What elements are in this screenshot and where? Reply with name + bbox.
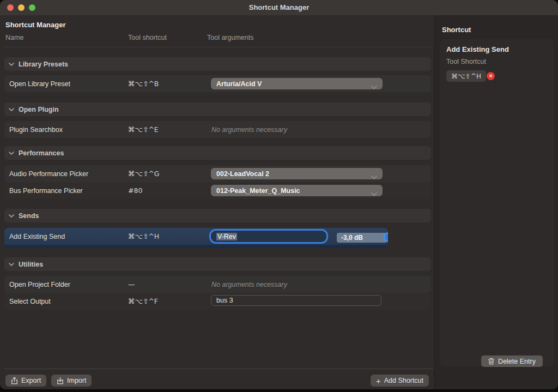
section-header-utilities[interactable]: Utilities xyxy=(4,257,431,271)
shortcut-keycap: ⌘⌥⇧^H xyxy=(446,70,486,82)
column-header-tool-shortcut: Tool shortcut xyxy=(128,34,167,41)
import-button[interactable]: Import xyxy=(51,375,92,387)
shortcut-list-panel: Shortcut Manager Name Tool shortcut Tool… xyxy=(0,15,434,389)
chevron-down-icon xyxy=(371,172,377,182)
table-row-bus-performance-picker[interactable]: Bus Performance Picker #80 012-Peak_Mete… xyxy=(4,182,431,199)
output-argument-input[interactable] xyxy=(211,295,381,306)
import-button-label: Import xyxy=(67,377,86,384)
no-arguments-text: No arguments necessary xyxy=(211,121,287,138)
row-shortcut: — xyxy=(128,276,135,293)
plus-icon: + xyxy=(376,377,381,385)
argument-dropdown[interactable]: 002-LeadVocal 2 xyxy=(211,168,383,179)
trash-icon xyxy=(488,358,494,365)
chevron-down-icon xyxy=(9,63,14,66)
panel-title: Shortcut Manager xyxy=(5,21,66,29)
share-up-icon xyxy=(11,377,18,384)
row-shortcut: ⌘⌥⇧^H xyxy=(128,228,159,245)
table-row-plugin-searchbox[interactable]: Plugin Searchbox ⌘⌥⇧^E No arguments nece… xyxy=(4,121,431,138)
tool-shortcut-label: Tool Shortcut xyxy=(446,58,486,65)
row-name: Select Output xyxy=(9,293,51,310)
shortcut-detail-panel: Shortcut Add Existing Send Tool Shortcut… xyxy=(434,15,558,389)
dropdown-value: Arturia/Acid V xyxy=(216,80,262,88)
no-arguments-text: No arguments necessary xyxy=(211,276,287,293)
shortcut-detail-card xyxy=(440,39,554,366)
delete-entry-label: Delete Entry xyxy=(498,358,536,365)
header-divider xyxy=(4,47,431,47)
row-name: Plugin Searchbox xyxy=(9,121,63,138)
chevron-down-icon xyxy=(9,108,14,111)
section-header-open-plugin[interactable]: Open Plugin xyxy=(4,102,431,116)
chevron-down-icon xyxy=(9,214,14,218)
dropdown-value: 002-LeadVocal 2 xyxy=(216,170,269,178)
add-shortcut-button-label: Add Shortcut xyxy=(384,377,423,384)
section-header-performances[interactable]: Performances xyxy=(4,146,431,160)
table-row-audio-performance-picker[interactable]: Audio Performance Picker ⌘⌥⇧^G 002-LeadV… xyxy=(4,165,431,182)
window-title: Shortcut Manager xyxy=(0,0,558,15)
chevron-down-icon xyxy=(9,152,14,155)
section-label: Library Presets xyxy=(19,61,68,68)
dropdown-value: 012-Peak_Meter_Q_Music xyxy=(216,187,300,195)
export-button-label: Export xyxy=(21,377,41,384)
export-button[interactable]: Export xyxy=(5,375,46,387)
row-shortcut: ⌘⌥⇧^B xyxy=(128,75,159,92)
chevron-down-icon xyxy=(371,82,377,92)
argument-dropdown[interactable]: 012-Peak_Meter_Q_Music xyxy=(211,185,383,196)
add-shortcut-button[interactable]: + Add Shortcut xyxy=(371,375,429,387)
row-shortcut: ⌘⌥⇧^F xyxy=(128,293,158,310)
row-shortcut: ⌘⌥⇧^G xyxy=(128,165,160,182)
row-name: Audio Performance Picker xyxy=(9,165,88,182)
selected-input-text: V-Rev xyxy=(216,233,237,240)
column-header-tool-arguments: Tool arguments xyxy=(207,34,253,41)
delete-entry-button[interactable]: Delete Entry xyxy=(481,355,543,367)
row-name: Open Project Folder xyxy=(9,276,70,293)
row-name: Bus Performance Picker xyxy=(9,182,83,199)
section-label: Open Plugin xyxy=(19,106,59,113)
row-name: Add Existing Send xyxy=(9,228,65,245)
chevron-down-icon xyxy=(9,263,14,266)
send-name-input[interactable]: V-Rev xyxy=(209,229,328,244)
argument-dropdown[interactable]: Arturia/Acid V xyxy=(211,78,383,89)
send-level-field[interactable]: -3,0 dB xyxy=(337,233,387,243)
app-window: Shortcut Manager Shortcut Manager Name T… xyxy=(0,0,558,389)
row-shortcut: #80 xyxy=(128,182,142,199)
table-row-add-existing-send-selected[interactable]: Add Existing Send ⌘⌥⇧^H V-Rev -3,0 dB xyxy=(4,228,388,248)
table-row-select-output[interactable]: Select Output ⌘⌥⇧^F xyxy=(4,293,431,310)
remove-shortcut-icon[interactable]: ✕ xyxy=(487,72,495,80)
section-label: Sends xyxy=(19,212,39,220)
column-header-name: Name xyxy=(5,34,23,41)
section-label: Performances xyxy=(19,149,64,157)
section-header-sends[interactable]: Sends xyxy=(4,209,431,222)
detail-entry-name: Add Existing Send xyxy=(446,45,509,53)
section-label: Utilities xyxy=(19,261,43,268)
table-row-open-project-folder[interactable]: Open Project Folder — No arguments neces… xyxy=(4,276,431,293)
row-name: Open Library Preset xyxy=(9,75,70,92)
detail-panel-title: Shortcut xyxy=(442,26,471,34)
section-header-library-presets[interactable]: Library Presets xyxy=(4,57,431,71)
chevron-down-icon xyxy=(371,189,377,198)
title-bar: Shortcut Manager xyxy=(0,0,558,16)
send-level-value: -3,0 dB xyxy=(341,234,363,242)
download-icon xyxy=(57,377,64,384)
footer-divider xyxy=(4,369,433,369)
table-row-open-library-preset[interactable]: Open Library Preset ⌘⌥⇧^B Arturia/Acid V xyxy=(4,75,431,92)
row-shortcut: ⌘⌥⇧^E xyxy=(128,121,159,138)
